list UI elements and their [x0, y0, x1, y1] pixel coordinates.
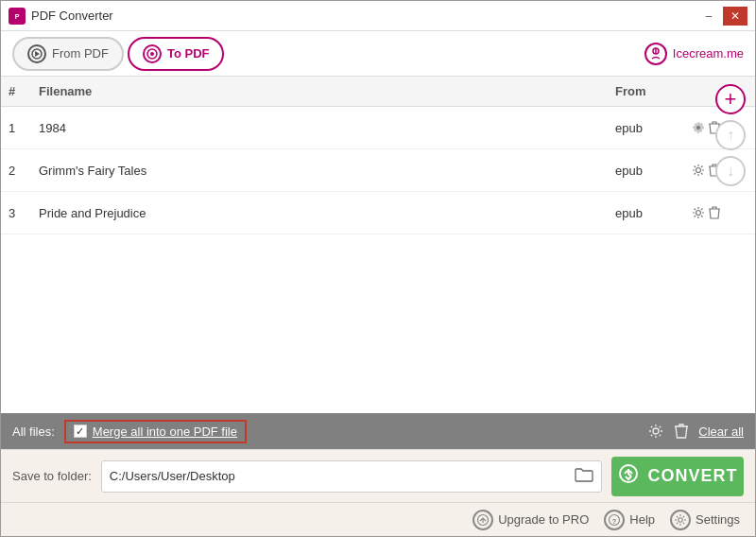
close-button[interactable]: ✕ [723, 7, 747, 26]
svg-point-5 [150, 52, 154, 56]
clear-all-button[interactable]: Clear all [698, 424, 744, 439]
merge-checkbox-area[interactable]: ✓ Merge all into one PDF file [64, 420, 247, 443]
convert-icon [617, 462, 640, 490]
save-to-folder-label: Save to folder: [12, 469, 92, 483]
convert-button[interactable]: CONVERT [611, 457, 744, 496]
row-settings-btn-2[interactable] [691, 157, 706, 183]
app-icon: P [9, 8, 26, 25]
table-row: 3 Pride and Prejudice epub [1, 192, 755, 234]
toolbar: From PDF To PDF Icecream [1, 31, 755, 77]
row-settings-btn-3[interactable] [691, 199, 706, 226]
row-filename-2: Grimm's Fairy Tales [31, 156, 608, 185]
convert-label: CONVERT [647, 466, 737, 486]
settings-button[interactable]: Settings [670, 510, 740, 530]
folder-path-input[interactable] [110, 469, 575, 483]
row-from-2: epub [608, 156, 683, 185]
row-num-3: 3 [1, 199, 31, 228]
svg-point-16 [679, 517, 682, 521]
svg-point-10 [653, 428, 659, 434]
help-icon: ? [604, 510, 625, 530]
move-down-button[interactable]: ↓ [715, 156, 746, 186]
help-button[interactable]: ? Help [604, 510, 655, 530]
merge-checkbox[interactable]: ✓ [74, 424, 87, 438]
row-filename-1: 1984 [31, 113, 608, 143]
row-actions-3 [683, 192, 721, 234]
main-window: P PDF Converter – ✕ From PDF [0, 0, 756, 537]
upgrade-pro-button[interactable]: Upgrade to PRO [472, 510, 589, 530]
titlebar: P PDF Converter – ✕ [1, 1, 755, 31]
upgrade-icon [472, 510, 493, 530]
add-file-button[interactable]: + [715, 84, 746, 114]
window-title: PDF Converter [31, 9, 113, 23]
status-right: Clear all [647, 423, 744, 440]
tab-group: From PDF To PDF [12, 37, 224, 71]
upgrade-label: Upgrade to PRO [498, 512, 589, 527]
svg-point-8 [696, 168, 701, 173]
row-settings-btn-1[interactable] [691, 114, 706, 141]
help-label: Help [629, 512, 655, 527]
tab-to-label: To PDF [167, 46, 210, 61]
move-up-button[interactable]: ↑ [715, 120, 746, 150]
titlebar-controls: – ✕ [696, 7, 747, 26]
status-delete-btn[interactable] [674, 423, 689, 440]
svg-point-9 [696, 211, 701, 216]
brand-label: Icecream.me [673, 46, 744, 61]
row-spacer-3 [721, 205, 755, 220]
to-pdf-icon [143, 44, 162, 63]
settings-icon [670, 510, 691, 530]
tab-from-label: From PDF [52, 46, 109, 61]
browse-folder-button[interactable] [575, 467, 593, 486]
bottom-bar: Save to folder: CONVERT [1, 449, 755, 502]
tab-to-pdf[interactable]: To PDF [128, 37, 225, 71]
tab-from-pdf[interactable]: From PDF [12, 37, 124, 71]
minimize-button[interactable]: – [696, 7, 721, 26]
svg-text:?: ? [612, 517, 617, 526]
col-header-from: From [608, 82, 683, 100]
merge-label: Merge all into one PDF file [93, 424, 237, 439]
table-header: # Filename From [1, 77, 755, 107]
svg-marker-3 [35, 51, 40, 57]
brand-area: Icecream.me [644, 43, 744, 65]
titlebar-left: P PDF Converter [9, 8, 113, 25]
side-action-buttons: + ↑ ↓ [715, 84, 746, 186]
table-row: 1 1984 epub [1, 107, 755, 149]
status-bar: All files: ✓ Merge all into one PDF file [1, 413, 755, 449]
row-num-2: 2 [1, 156, 31, 185]
row-from-3: epub [608, 199, 683, 228]
row-from-1: epub [608, 113, 683, 143]
table-rows: 1 1984 epub [1, 107, 755, 413]
table-row: 2 Grimm's Fairy Tales epub [1, 149, 755, 192]
from-pdf-icon [27, 44, 46, 63]
svg-text:P: P [15, 13, 20, 20]
footer-bar: Upgrade to PRO ? Help Settings [1, 502, 755, 536]
col-header-num: # [1, 82, 31, 100]
settings-label: Settings [696, 512, 740, 527]
row-num-1: 1 [1, 113, 31, 143]
brand-icon [644, 43, 667, 65]
row-delete-btn-3[interactable] [708, 199, 721, 226]
file-table: # Filename From 1 1984 epub [1, 77, 755, 413]
status-settings-btn[interactable] [647, 423, 664, 440]
all-files-label: All files: [12, 424, 55, 439]
col-header-filename: Filename [31, 82, 608, 100]
folder-input-wrap [101, 460, 602, 493]
row-filename-3: Pride and Prejudice [31, 199, 608, 228]
main-content: # Filename From 1 1984 epub [1, 77, 755, 449]
